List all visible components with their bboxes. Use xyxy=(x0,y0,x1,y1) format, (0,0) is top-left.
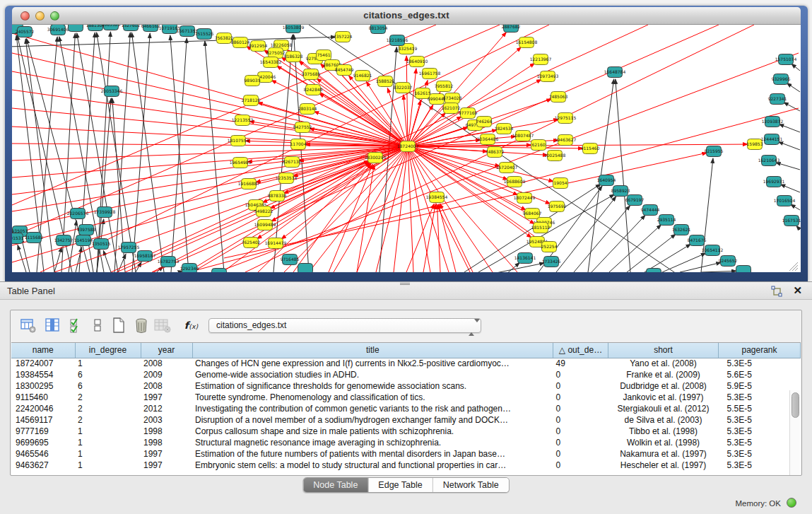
tab-network-table[interactable]: Network Table xyxy=(433,478,509,492)
close-panel-icon[interactable]: ✕ xyxy=(793,284,802,297)
table-cell[interactable]: 0 xyxy=(553,426,608,437)
table-cell[interactable]: Tibbo et al. (1998) xyxy=(608,426,719,437)
table-cell[interactable]: 5.3E-5 xyxy=(719,358,801,369)
table-cell[interactable]: 18724007 xyxy=(11,358,75,369)
table-row[interactable]: 911546021997Tourette syndrome. Phenomeno… xyxy=(11,392,801,403)
column-header-4[interactable]: △ out_de… xyxy=(553,343,608,358)
delete-rows-trash-button[interactable] xyxy=(132,316,151,334)
table-cell[interactable]: Changes of HCN gene expression and I(f) … xyxy=(192,358,553,369)
table-cell[interactable]: 2 xyxy=(75,392,141,403)
show-columns-button[interactable] xyxy=(43,316,61,334)
table-cell[interactable]: de Silva et al. (2003) xyxy=(608,414,719,426)
table-cell[interactable]: 19384554 xyxy=(11,369,75,380)
table-cell[interactable]: Franke et al. (2009) xyxy=(608,369,719,380)
table-cell[interactable]: Dudbridge et al. (2008) xyxy=(608,380,719,392)
select-all-columns-button[interactable] xyxy=(67,316,86,334)
table-cell[interactable]: 9115460 xyxy=(11,392,75,403)
table-cell[interactable]: 5.3E-5 xyxy=(719,460,801,471)
table-cell[interactable]: 2009 xyxy=(141,369,192,380)
table-row[interactable]: 946362711997Embryonic stem cells: a mode… xyxy=(11,460,801,471)
column-header-2[interactable]: year xyxy=(141,343,192,358)
table-cell[interactable]: 14569117 xyxy=(11,414,75,426)
table-cell[interactable]: Structural magnetic resonance image aver… xyxy=(192,437,553,448)
table-cell[interactable]: 2008 xyxy=(141,358,192,369)
column-header-1[interactable]: in_degree xyxy=(75,343,141,358)
graph-node[interactable] xyxy=(647,269,661,273)
splitter-handle[interactable] xyxy=(400,282,410,286)
table-cell[interactable]: Wolkin et al. (1998) xyxy=(608,437,719,448)
table-cell[interactable]: 5.3E-5 xyxy=(719,414,801,426)
graph-node[interactable] xyxy=(298,264,313,273)
table-cell[interactable]: 1 xyxy=(75,448,141,460)
table-row[interactable]: 1872400712008Changes of HCN gene express… xyxy=(11,358,801,369)
table-cell[interactable]: 9465546 xyxy=(11,448,75,460)
canvas-resize-grip[interactable] xyxy=(789,262,798,271)
table-scrollbar[interactable] xyxy=(789,390,800,475)
graph-node[interactable] xyxy=(736,266,751,273)
table-cell[interactable]: Stergiakouli et al. (2012) xyxy=(608,403,719,414)
table-cell[interactable]: 18300295 xyxy=(11,380,75,392)
table-cell[interactable]: 0 xyxy=(553,414,608,426)
function-builder-button[interactable]: f (x) xyxy=(183,316,201,334)
table-row[interactable]: 1456911722003Disruption of a novel membe… xyxy=(11,414,801,426)
table-cell[interactable]: 22420046 xyxy=(11,403,75,414)
network-view-window[interactable]: citations_edges.txt 24055723069140618813… xyxy=(5,6,808,281)
table-cell[interactable]: Nakamura et al. (1997) xyxy=(608,448,719,460)
table-row[interactable]: 969969511998Structural magnetic resonanc… xyxy=(11,437,801,448)
table-cell[interactable]: 5.3E-5 xyxy=(719,392,801,403)
table-cell[interactable]: Tourette syndrome. Phenomenology and cla… xyxy=(192,392,553,403)
graph-node[interactable] xyxy=(212,269,227,273)
tab-node-table[interactable]: Node Table xyxy=(303,478,368,492)
table-cell[interactable]: 1 xyxy=(75,426,141,437)
table-cell[interactable]: 1998 xyxy=(141,426,192,437)
table-cell[interactable]: 2 xyxy=(75,414,141,426)
table-cell[interactable]: Genome-wide association studies in ADHD. xyxy=(192,369,553,380)
table-cell[interactable]: 5.3E-5 xyxy=(719,437,801,448)
graph-node[interactable] xyxy=(69,25,83,32)
table-cell[interactable]: 1 xyxy=(75,437,141,448)
table-row[interactable]: 946554611997Estimation of the future num… xyxy=(11,448,801,460)
float-panel-icon[interactable] xyxy=(771,286,782,297)
table-cell[interactable]: 5.5E-5 xyxy=(719,403,801,414)
network-graph[interactable]: 2405572306914061881304106532815276026466… xyxy=(12,25,801,272)
table-cell[interactable]: 1997 xyxy=(141,460,192,471)
table-cell[interactable]: 5.3E-5 xyxy=(719,448,801,460)
table-cell[interactable]: 1997 xyxy=(141,448,192,460)
table-cell[interactable]: 5.6E-5 xyxy=(719,369,801,380)
memory-status-indicator[interactable] xyxy=(787,498,796,508)
table-cell[interactable]: 2 xyxy=(75,403,141,414)
table-cell[interactable]: 0 xyxy=(553,392,608,403)
network-graph-canvas[interactable]: 2405572306914061881304106532815276026466… xyxy=(12,25,801,272)
table-row[interactable]: 977716911998Corpus callosum shape and si… xyxy=(11,426,801,437)
table-row[interactable]: 1938455462009Genome-wide association stu… xyxy=(11,369,801,380)
delete-table-button-disabled[interactable] xyxy=(153,316,172,334)
table-cell[interactable]: Disruption of a novel member of a sodium… xyxy=(192,414,553,426)
column-header-0[interactable]: name xyxy=(11,343,75,358)
table-options-button[interactable] xyxy=(19,316,37,334)
table-cell[interactable]: 2003 xyxy=(141,414,192,426)
scrollbar-thumb[interactable] xyxy=(792,392,799,418)
table-cell[interactable]: 9699695 xyxy=(11,437,75,448)
table-cell[interactable]: Estimation of the future numbers of pati… xyxy=(192,448,553,460)
table-cell[interactable]: 49 xyxy=(553,358,608,369)
table-cell[interactable]: 1998 xyxy=(141,437,192,448)
table-cell[interactable]: 0 xyxy=(553,403,608,414)
table-cell[interactable]: Jankovic et al. (1997) xyxy=(608,392,719,403)
table-cell[interactable]: 1 xyxy=(75,358,141,369)
table-cell[interactable]: Investigating the contribution of common… xyxy=(192,403,553,414)
column-header-6[interactable]: pagerank xyxy=(719,343,801,358)
table-cell[interactable]: 9777169 xyxy=(11,426,75,437)
table-cell[interactable]: 0 xyxy=(553,460,608,471)
table-cell[interactable]: 5.3E-5 xyxy=(719,426,801,437)
table-cell[interactable]: Embryonic stem cells: a model to study s… xyxy=(192,460,553,471)
table-cell[interactable]: Yano et al. (2008) xyxy=(608,358,719,369)
table-cell[interactable]: 5.9E-5 xyxy=(719,380,801,392)
table-cell[interactable]: 6 xyxy=(75,369,141,380)
table-cell[interactable]: 1 xyxy=(75,460,141,471)
network-table-select[interactable]: citations_edges.txt xyxy=(208,318,481,333)
table-cell[interactable]: 0 xyxy=(553,437,608,448)
table-cell[interactable]: 2012 xyxy=(141,403,192,414)
table-cell[interactable]: Corpus callosum shape and size in male p… xyxy=(192,426,553,437)
table-cell[interactable]: 0 xyxy=(553,448,608,460)
table-cell[interactable]: 0 xyxy=(553,369,608,380)
